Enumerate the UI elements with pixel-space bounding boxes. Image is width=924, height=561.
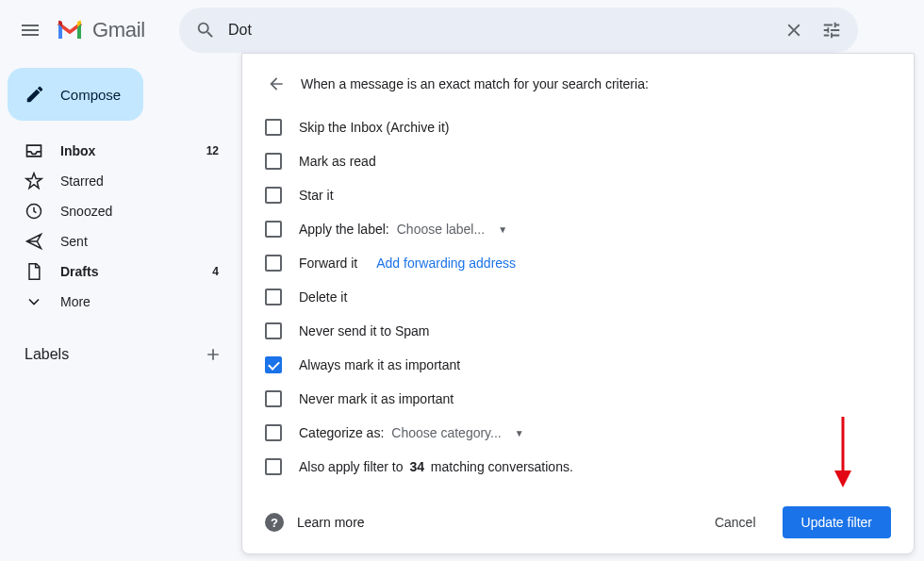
nav-label: Sent xyxy=(60,234,219,249)
inbox-icon xyxy=(25,141,43,160)
menu-button[interactable] xyxy=(8,8,53,53)
option-label: Never mark it as important xyxy=(299,391,454,406)
learn-more-link[interactable]: Learn more xyxy=(297,515,700,530)
checkbox[interactable] xyxy=(265,187,282,204)
hamburger-icon xyxy=(19,19,41,41)
nav-label: More xyxy=(60,294,219,309)
option-label: Categorize as: xyxy=(299,425,384,440)
filter-option-categorize: Categorize as: Choose category... ▼ xyxy=(265,416,891,450)
labels-title: Labels xyxy=(25,346,69,363)
back-button[interactable] xyxy=(265,73,288,95)
tune-icon xyxy=(821,20,842,41)
close-icon xyxy=(784,20,804,41)
sidebar-item-sent[interactable]: Sent xyxy=(0,226,234,256)
checkbox[interactable] xyxy=(265,322,282,339)
nav-count: 4 xyxy=(212,265,219,278)
main: Compose Inbox 12 Starred Snoozed Sent xyxy=(0,60,924,561)
nav-label: Drafts xyxy=(60,264,212,279)
search-icon xyxy=(195,20,216,41)
nav-label: Starred xyxy=(60,173,219,189)
checkbox[interactable] xyxy=(265,424,282,441)
chevron-down-icon xyxy=(25,292,43,311)
filter-option-delete: Delete it xyxy=(265,280,891,314)
search-bar xyxy=(179,8,858,53)
checkbox[interactable] xyxy=(265,119,282,136)
filter-panel: When a message is an exact match for you… xyxy=(241,53,915,554)
checkbox[interactable] xyxy=(265,458,282,475)
option-label: Skip the Inbox (Archive it) xyxy=(299,120,450,135)
clear-search-button[interactable] xyxy=(775,11,813,49)
draft-icon xyxy=(25,262,43,281)
checkbox[interactable] xyxy=(265,390,282,407)
checkbox[interactable] xyxy=(265,153,282,170)
checkbox[interactable] xyxy=(265,289,282,305)
option-label: Apply the label: xyxy=(299,222,389,237)
filter-footer: ? Learn more Cancel Update filter xyxy=(265,506,891,538)
sidebar-item-drafts[interactable]: Drafts 4 xyxy=(0,256,234,287)
sidebar: Compose Inbox 12 Starred Snoozed Sent xyxy=(0,60,241,561)
gmail-logo-icon xyxy=(57,20,83,41)
checkbox[interactable] xyxy=(265,221,282,238)
logo[interactable]: Gmail xyxy=(57,18,145,42)
update-filter-button[interactable]: Update filter xyxy=(783,506,891,538)
option-label: Delete it xyxy=(299,289,347,305)
help-icon[interactable]: ? xyxy=(265,513,284,532)
pencil-icon xyxy=(25,84,45,105)
nav-list: Inbox 12 Starred Snoozed Sent Drafts 4 xyxy=(0,132,241,321)
nav-count: 12 xyxy=(206,144,219,157)
matching-count: 34 xyxy=(409,459,424,474)
filter-option-forward: Forward it Add forwarding address xyxy=(265,246,891,280)
search-input[interactable] xyxy=(224,22,775,39)
filter-option-never-spam: Never send it to Spam xyxy=(265,314,891,348)
cancel-button[interactable]: Cancel xyxy=(700,507,771,537)
filter-option-apply-label: Apply the label: Choose label... ▼ xyxy=(265,212,891,246)
plus-icon xyxy=(204,345,223,364)
filter-option-never-important: Never mark it as important xyxy=(265,382,891,416)
sidebar-item-inbox[interactable]: Inbox 12 xyxy=(0,136,234,166)
filter-header: When a message is an exact match for you… xyxy=(265,73,891,95)
search-button[interactable] xyxy=(187,11,224,49)
compose-label: Compose xyxy=(60,87,121,103)
header: Gmail xyxy=(0,0,924,60)
label-dropdown[interactable]: Choose label... ▼ xyxy=(397,222,507,237)
search-options-button[interactable] xyxy=(813,11,850,49)
filter-options: Skip the Inbox (Archive it) Mark as read… xyxy=(265,110,891,484)
labels-header: Labels xyxy=(0,336,241,373)
add-label-button[interactable] xyxy=(200,341,226,368)
nav-label: Inbox xyxy=(60,143,206,158)
option-label: Always mark it as important xyxy=(299,357,460,372)
filter-option-mark-read: Mark as read xyxy=(265,144,891,178)
filter-option-always-important: Always mark it as important xyxy=(265,348,891,382)
option-label: Forward it xyxy=(299,256,357,271)
filter-option-skip-inbox: Skip the Inbox (Archive it) xyxy=(265,110,891,144)
option-label: Also apply filter to 34 matching convers… xyxy=(299,459,573,474)
filter-option-apply-existing: Also apply filter to 34 matching convers… xyxy=(265,450,891,484)
clock-icon xyxy=(25,202,43,221)
add-forwarding-link[interactable]: Add forwarding address xyxy=(376,256,516,271)
product-name: Gmail xyxy=(92,18,145,42)
star-icon xyxy=(25,172,43,190)
checkbox[interactable] xyxy=(265,255,282,272)
nav-label: Snoozed xyxy=(60,204,219,219)
option-label: Star it xyxy=(299,188,334,203)
chevron-down-icon: ▼ xyxy=(498,224,507,235)
arrow-back-icon xyxy=(267,74,286,93)
sidebar-item-more[interactable]: More xyxy=(0,287,234,317)
checkbox[interactable] xyxy=(265,356,282,373)
category-dropdown[interactable]: Choose category... ▼ xyxy=(391,425,523,440)
chevron-down-icon: ▼ xyxy=(515,428,524,438)
sidebar-item-starred[interactable]: Starred xyxy=(0,166,234,196)
dropdown-value: Choose label... xyxy=(397,222,485,237)
compose-button[interactable]: Compose xyxy=(8,68,143,121)
send-icon xyxy=(25,232,43,251)
filter-option-star: Star it xyxy=(265,178,891,212)
dropdown-value: Choose category... xyxy=(391,425,501,440)
option-label: Never send it to Spam xyxy=(299,323,430,338)
filter-title: When a message is an exact match for you… xyxy=(301,76,649,91)
sidebar-item-snoozed[interactable]: Snoozed xyxy=(0,196,234,226)
option-label: Mark as read xyxy=(299,154,376,169)
content-area: When a message is an exact match for you… xyxy=(241,60,924,561)
